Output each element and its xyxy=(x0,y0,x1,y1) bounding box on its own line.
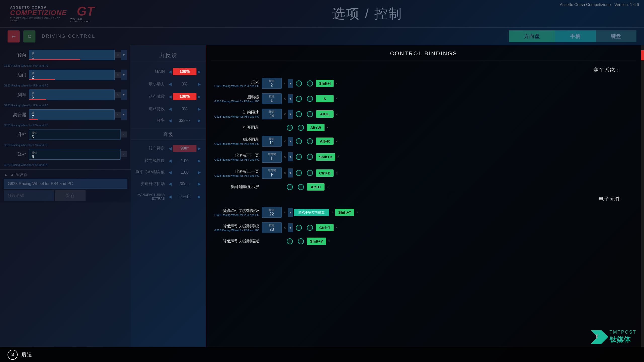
cb-tcdown-binding: 按钮 23 × ▼ Ctrl+T × xyxy=(262,222,339,233)
cb-dashprev-dropdown[interactable]: ▼ xyxy=(288,168,293,177)
cb-starter-key-clear[interactable]: × xyxy=(335,97,339,101)
cb-tcup-extra-box: 游戏手柄方向键左 xyxy=(294,209,329,216)
cb-starter-box: 按钮 1 xyxy=(262,93,282,104)
cb-ignition-binding: 按钮 2 × ▼ Shift+I × xyxy=(262,78,339,89)
cb-wipercycle-label: 循环雨刷 G923 Racing Wheel for PS4 and PC xyxy=(211,137,262,145)
upshift-binding: 按钮 5 xyxy=(29,129,121,140)
ff-dynamic-value: 100% xyxy=(173,93,196,100)
cb-tccutdown-circle xyxy=(287,238,293,244)
tmtpost-logo: T TMTPOST 钛媒体 xyxy=(591,330,636,344)
cb-dashprev-key-clear[interactable]: × xyxy=(335,171,339,175)
cb-ignition-key-clear[interactable]: × xyxy=(335,81,339,85)
cb-starter-binding: 按钮 1 × ▼ S × xyxy=(262,93,339,104)
cb-starter-circle xyxy=(296,96,302,102)
cb-tccutdown-label: 降低牵引力控制缩减 xyxy=(211,239,262,244)
cb-dashnext-dropdown[interactable]: ▼ xyxy=(288,152,293,161)
cb-section-electronics-title: 电子元件 xyxy=(211,194,636,205)
cb-tccutdown-row: 降低牵引力控制缩减 Shift+Y × xyxy=(211,236,636,246)
cb-dashnext-binding: 方向键 上 × ▼ Shift+D × xyxy=(262,151,340,163)
cb-dashprev-clear[interactable]: × xyxy=(283,171,287,175)
cb-starter-label: 启动器 G923 Racing Wheel for PS4 and PC xyxy=(211,95,262,103)
cb-dashnext-key-clear[interactable]: × xyxy=(336,155,340,159)
cb-dashnext-row: 仪表板下一页 G923 Racing Wheel for PS4 and PC … xyxy=(211,150,636,164)
cb-ignition-circle2 xyxy=(307,80,313,86)
cb-wiperon-label: 打开雨刷 xyxy=(211,125,262,130)
tmtpost-brand: T TMTPOST 钛媒体 xyxy=(591,330,636,344)
cb-tcup-dropdown[interactable]: ▼ xyxy=(288,208,293,217)
cb-starter-clear[interactable]: × xyxy=(283,97,287,101)
cb-ignition-key: Shift+I xyxy=(316,80,334,87)
cb-tcdown-circle xyxy=(296,225,302,231)
cb-tcup-extra-clear[interactable]: × xyxy=(330,210,334,214)
scrollbar[interactable] xyxy=(641,45,644,347)
cb-dashnext-circle xyxy=(296,154,302,160)
cb-tcup-key: Shift+T xyxy=(335,209,354,216)
cb-tcdown-clear[interactable]: × xyxy=(283,226,287,230)
cb-tccutdown-key-clear[interactable]: × xyxy=(327,239,331,243)
cb-tcdown-row: 降低牵引力控制等级 G923 Racing Wheel for PS4 and … xyxy=(211,221,636,235)
cb-wiperon-circle2 xyxy=(298,125,304,131)
cb-pitlimiter-label: 进站限速 G923 Racing Wheel for PS4 and PC xyxy=(211,110,262,118)
cb-dashnext-device: G923 Racing Wheel for PS4 and PC xyxy=(211,158,259,161)
cb-pitlimiter-key: Alt+L xyxy=(316,110,334,118)
cb-wipercycle-dropdown[interactable]: ▼ xyxy=(288,137,293,146)
cb-tcdown-box: 按钮 23 xyxy=(262,222,282,233)
cb-ignition-dropdown[interactable]: ▼ xyxy=(288,79,293,88)
steering-binding: 轴 1 xyxy=(29,50,115,60)
cb-pitlimiter-circle xyxy=(296,111,302,117)
cb-dashprev-circle xyxy=(296,170,302,176)
cb-wipercycle-device: G923 Racing Wheel for PS4 and PC xyxy=(211,142,259,145)
cb-ignition-clear[interactable]: × xyxy=(283,81,287,85)
main-container: Assetto Corsa Competizione - Version: 1.… xyxy=(0,0,644,362)
cb-pitlimiter-row: 进站限速 G923 Racing Wheel for PS4 and PC 按钮… xyxy=(211,107,636,121)
cb-wiperon-key-clear[interactable]: × xyxy=(326,126,330,130)
cb-tcup-key-clear[interactable]: × xyxy=(355,210,359,214)
cb-wiperon-circle xyxy=(287,125,293,131)
cb-pitlimiter-dropdown[interactable]: ▼ xyxy=(288,110,293,119)
cb-wipercycle-key-clear[interactable]: × xyxy=(335,139,339,143)
cb-wipercycle-binding: 按钮 11 × ▼ Alt+R × xyxy=(262,136,339,147)
cb-ignition-circle xyxy=(296,80,302,86)
cb-tcup-device: G923 Racing Wheel for PS4 and PC xyxy=(211,213,259,216)
cb-tcup-box: 按钮 22 xyxy=(262,207,282,218)
cb-dashnext-box: 方向键 上 xyxy=(262,151,282,163)
cb-wiperon-key: Alt+W xyxy=(307,124,325,131)
cb-dashnext-clear[interactable]: × xyxy=(283,155,287,159)
tmtpost-text-group: TMTPOST 钛媒体 xyxy=(610,330,636,344)
cb-cycleassist-key: Alt+D xyxy=(307,183,325,191)
cb-wipercycle-clear[interactable]: × xyxy=(283,139,287,143)
cb-dashprev-box: 方向键 下 xyxy=(262,167,282,179)
cb-wipercycle-key: Alt+R xyxy=(316,138,334,145)
svg-marker-0 xyxy=(591,330,608,344)
cb-cycleassist-circle2 xyxy=(298,184,304,190)
scrollbar-thumb[interactable] xyxy=(641,50,644,60)
ff-gain-value: 100% xyxy=(173,68,196,75)
cb-tccutdown-key: Shift+Y xyxy=(307,238,326,245)
version-info: Assetto Corsa Competizione - Version: 1.… xyxy=(560,3,639,7)
cb-title: CONTROL BINDINGS xyxy=(211,49,636,61)
cb-cycleassist-key-clear[interactable]: × xyxy=(326,185,330,189)
cb-pitlimiter-box: 按钮 24 xyxy=(262,109,282,119)
tmtpost-cn-label: 钛媒体 xyxy=(610,335,636,344)
brake-binding: 轴 6 xyxy=(29,89,115,100)
cb-tcdown-dropdown[interactable]: ▼ xyxy=(288,223,293,232)
cb-tcdown-label: 降低牵引力控制等级 G923 Racing Wheel for PS4 and … xyxy=(211,223,262,232)
cb-tcdown-key-clear[interactable]: × xyxy=(335,226,339,230)
throttle-binding: 轴 2 xyxy=(29,70,115,80)
cb-pitlimiter-clear[interactable]: × xyxy=(283,112,287,116)
cb-ignition-box: 按钮 2 xyxy=(262,78,282,89)
cb-pitlimiter-key-clear[interactable]: × xyxy=(335,112,339,116)
back-circle-btn[interactable]: 3 xyxy=(8,350,18,360)
cb-starter-device: G923 Racing Wheel for PS4 and PC xyxy=(211,100,259,103)
svg-text:T: T xyxy=(595,333,599,340)
cb-tcup-clear[interactable]: × xyxy=(283,210,287,214)
cb-tcdown-circle2 xyxy=(307,225,313,231)
tmtpost-en-label: TMTPOST xyxy=(610,330,636,335)
cb-cycleassist-label: 循环辅助显示屏 xyxy=(211,184,262,190)
cb-wipercycle-row: 循环雨刷 G923 Racing Wheel for PS4 and PC 按钮… xyxy=(211,134,636,148)
cb-dashprev-device: G923 Racing Wheel for PS4 and PC xyxy=(211,174,259,177)
cb-section-car-title: 赛车系统： xyxy=(211,65,636,76)
cb-cycleassist-row: 循环辅助显示屏 Alt+D × xyxy=(211,182,636,192)
cb-starter-dropdown[interactable]: ▼ xyxy=(288,94,293,103)
cb-wipercycle-box: 按钮 11 xyxy=(262,136,282,147)
